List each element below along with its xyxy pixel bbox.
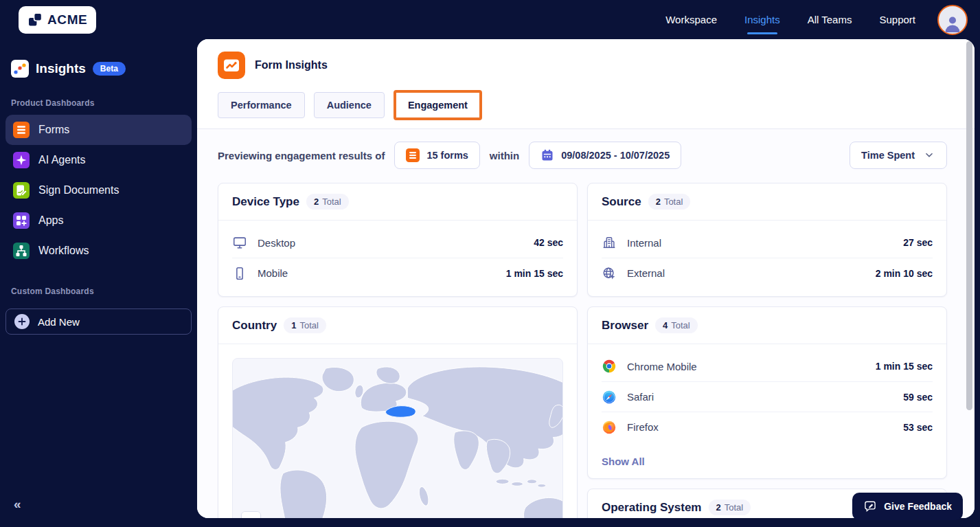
section-product-dashboards: Product Dashboards xyxy=(0,78,197,115)
total-badge: 2Total xyxy=(709,500,751,515)
form-insights-icon xyxy=(218,52,245,79)
plus-icon xyxy=(14,314,30,329)
card-title: Operating System xyxy=(602,501,702,515)
stat-row: Internal 27 sec xyxy=(602,227,933,258)
add-new-label: Add New xyxy=(38,316,80,328)
stat-row: Desktop 42 sec xyxy=(232,227,563,258)
workflow-icon xyxy=(13,243,30,259)
form-icon xyxy=(406,148,420,162)
card-title: Source xyxy=(602,195,641,209)
person-icon xyxy=(942,13,963,34)
tab-audience[interactable]: Audience xyxy=(314,92,385,118)
feedback-label: Give Feedback xyxy=(884,501,952,512)
acme-logo-text: ACME xyxy=(47,12,87,27)
cards-column-right: Source 2Total Internal 27 sec External 2 xyxy=(587,183,947,518)
total-badge: 2Total xyxy=(306,194,349,210)
total-badge: 2Total xyxy=(648,194,691,210)
add-new-button[interactable]: Add New xyxy=(5,309,192,335)
stat-row: Mobile 1 min 15 sec xyxy=(232,258,563,288)
forms-icon xyxy=(13,122,30,138)
panel-header: Form Insights Performance Audience Engag… xyxy=(197,39,975,120)
cards-column-left: Device Type 2Total Desktop 42 sec Mobile xyxy=(218,183,578,518)
chrome-icon xyxy=(602,359,618,374)
topbar: ACME Workspace Insights All Teams Suppor… xyxy=(0,0,980,39)
document-pen-icon xyxy=(13,182,30,199)
filter-within-text: within xyxy=(490,150,519,161)
sidebar-item-label: Sign Documents xyxy=(38,184,119,197)
forms-count-label: 15 forms xyxy=(426,150,468,161)
cards-grid: Device Type 2Total Desktop 42 sec Mobile xyxy=(218,183,947,518)
sidebar-item-label: Forms xyxy=(38,124,69,136)
globe-cursor-icon xyxy=(602,266,618,281)
sidebar-collapse-button[interactable]: « xyxy=(14,497,21,512)
sidebar-item-label: Apps xyxy=(38,214,63,227)
forms-count-button[interactable]: 15 forms xyxy=(394,142,479,169)
beta-badge: Beta xyxy=(93,62,126,76)
nav-all-teams[interactable]: All Teams xyxy=(808,14,852,25)
sidebar-items: Forms AI Agents Sign Documents Apps Work… xyxy=(0,115,197,266)
sidebar-item-label: Workflows xyxy=(38,245,89,257)
top-nav: Workspace Insights All Teams Support xyxy=(665,14,915,25)
tab-engagement[interactable]: Engagement xyxy=(394,90,482,120)
country-card: Country 1Total xyxy=(218,306,578,518)
avatar[interactable] xyxy=(937,5,968,35)
calendar-icon xyxy=(540,148,554,162)
building-icon xyxy=(602,235,618,250)
scrollbar[interactable] xyxy=(965,41,973,516)
stat-row: Safari 59 sec xyxy=(602,381,933,412)
metric-select[interactable]: Time Spent xyxy=(850,142,947,169)
card-title: Browser xyxy=(602,319,648,333)
stat-row: External 2 min 10 sec xyxy=(602,258,933,288)
map-zoom-controls: + − xyxy=(241,511,261,518)
world-map[interactable] xyxy=(233,359,562,518)
browser-card: Browser 4Total Chrome Mobile 1 min 15 se… xyxy=(587,306,947,479)
insights-app-icon xyxy=(11,60,29,78)
date-range-label: 09/08/2025 - 10/07/2025 xyxy=(561,150,670,161)
nav-support[interactable]: Support xyxy=(879,14,915,25)
total-badge: 1Total xyxy=(284,317,326,333)
stat-row: Chrome Mobile 1 min 15 sec xyxy=(602,351,933,381)
firefox-icon xyxy=(602,420,618,435)
world-map-container: + − xyxy=(232,358,563,518)
grid-icon xyxy=(13,212,30,229)
nav-workspace[interactable]: Workspace xyxy=(665,14,717,25)
sidebar-item-apps[interactable]: Apps xyxy=(5,205,192,236)
sidebar-title: Insights xyxy=(36,61,86,76)
card-title: Country xyxy=(232,319,277,333)
stat-row: Firefox 53 sec xyxy=(602,412,933,442)
page-title: Form Insights xyxy=(255,59,328,71)
sidebar-item-workflows[interactable]: Workflows xyxy=(5,236,192,266)
scrollbar-thumb[interactable] xyxy=(966,41,972,410)
tab-performance[interactable]: Performance xyxy=(218,92,305,118)
device-type-card: Device Type 2Total Desktop 42 sec Mobile xyxy=(218,183,578,297)
feedback-icon xyxy=(863,500,877,513)
show-all-link[interactable]: Show All xyxy=(588,450,946,478)
main-panel: Form Insights Performance Audience Engag… xyxy=(197,39,975,518)
engagement-content: Previewing engagement results of 15 form… xyxy=(197,129,975,518)
sidebar-header: Insights Beta xyxy=(0,39,197,78)
acme-logo-icon xyxy=(27,12,43,27)
acme-logo[interactable]: ACME xyxy=(19,6,96,34)
card-title: Device Type xyxy=(232,195,299,209)
total-badge: 4Total xyxy=(655,317,698,333)
sidebar-item-label: AI Agents xyxy=(38,154,86,166)
tabs: Performance Audience Engagement xyxy=(218,90,954,120)
filter-row: Previewing engagement results of 15 form… xyxy=(218,142,947,169)
sidebar: Insights Beta Product Dashboards Forms A… xyxy=(0,39,197,527)
source-card: Source 2Total Internal 27 sec External 2 xyxy=(587,183,947,297)
mobile-icon xyxy=(232,266,249,281)
nav-insights[interactable]: Insights xyxy=(744,14,780,25)
metric-select-value: Time Spent xyxy=(861,150,915,161)
give-feedback-button[interactable]: Give Feedback xyxy=(852,493,963,520)
sidebar-item-sign-documents[interactable]: Sign Documents xyxy=(5,175,192,205)
desktop-icon xyxy=(232,235,249,250)
section-custom-dashboards: Custom Dashboards xyxy=(0,266,197,303)
zoom-in-button[interactable]: + xyxy=(242,512,260,518)
sparkle-icon xyxy=(13,152,30,168)
sidebar-item-forms[interactable]: Forms xyxy=(5,115,192,145)
filter-lead-text: Previewing engagement results of xyxy=(218,150,385,161)
date-range-button[interactable]: 09/08/2025 - 10/07/2025 xyxy=(529,142,681,169)
chevron-down-icon xyxy=(923,149,935,161)
sidebar-item-ai-agents[interactable]: AI Agents xyxy=(5,145,192,175)
safari-icon xyxy=(602,390,618,405)
